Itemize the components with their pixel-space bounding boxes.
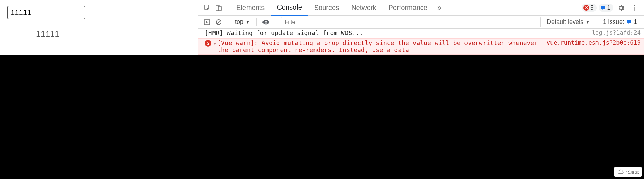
tab-console[interactable]: Console — [271, 0, 308, 16]
log-message: [Vue warn]: Avoid mutating a prop direct… — [217, 39, 543, 54]
info-count-text: 1 — [607, 4, 610, 11]
info-speech-icon — [600, 5, 606, 11]
console-log-area: [HMR] Waiting for update signal from WDS… — [198, 29, 644, 55]
tab-network[interactable]: Network — [345, 0, 382, 16]
log-source-link[interactable]: log.js?1afd:24 — [592, 29, 641, 36]
filter-input[interactable] — [281, 17, 541, 27]
more-tabs-icon[interactable]: » — [434, 2, 445, 14]
issues-count: 1 — [634, 18, 637, 26]
svg-rect-2 — [218, 6, 221, 11]
separator — [256, 18, 257, 26]
svg-point-3 — [634, 5, 635, 6]
separator — [227, 3, 227, 12]
tab-elements[interactable]: Elements — [230, 0, 271, 16]
watermark-text: 亿速云 — [626, 169, 639, 175]
expand-triangle-icon[interactable]: ▶ — [214, 41, 216, 46]
kebab-menu-icon[interactable] — [629, 2, 641, 14]
separator — [596, 18, 596, 26]
settings-gear-icon[interactable] — [615, 2, 627, 14]
levels-label: Default levels — [547, 18, 583, 26]
separator — [275, 18, 275, 26]
inspect-element-icon[interactable] — [201, 2, 213, 14]
text-input[interactable] — [7, 6, 85, 19]
chevron-down-icon: ▼ — [245, 20, 250, 25]
error-count-badge[interactable]: ✕ 5 — [582, 4, 596, 12]
issues-label: 1 Issue: — [603, 18, 624, 26]
log-line-error: 5 ▶ [Vue warn]: Avoid mutating a prop di… — [198, 38, 644, 55]
svg-line-8 — [217, 20, 220, 24]
devtools-panel: Elements Console Sources Network Perform… — [198, 0, 644, 55]
devtools-tabs: Elements Console Sources Network Perform… — [198, 0, 644, 16]
issues-speech-icon — [626, 19, 632, 25]
black-region — [0, 55, 644, 179]
error-count-text: 5 — [590, 4, 593, 11]
info-count-badge[interactable]: 1 — [599, 4, 613, 12]
separator — [228, 18, 228, 26]
output-text: 11111 — [7, 29, 190, 39]
svg-point-4 — [634, 7, 635, 9]
context-label: top — [235, 18, 243, 26]
sidebar-toggle-icon[interactable] — [201, 16, 213, 28]
clear-console-icon[interactable] — [213, 16, 224, 28]
log-source-link[interactable]: vue.runtime.esm.js?2b0e:619 — [547, 39, 641, 46]
live-expression-eye-icon[interactable] — [260, 16, 272, 28]
chevron-down-icon: ▼ — [586, 20, 590, 25]
app-page-area: 11111 — [0, 0, 198, 55]
log-line: [HMR] Waiting for update signal from WDS… — [198, 29, 644, 38]
cloud-icon — [617, 169, 625, 175]
log-levels-selector[interactable]: Default levels ▼ — [544, 18, 592, 26]
tab-sources[interactable]: Sources — [308, 0, 345, 16]
console-toolbar: top ▼ Default levels ▼ 1 Issue: 1 — [198, 16, 644, 29]
tab-performance[interactable]: Performance — [383, 0, 434, 16]
error-dot-icon: ✕ — [583, 5, 589, 11]
log-message: [HMR] Waiting for update signal from WDS… — [205, 29, 592, 36]
context-selector[interactable]: top ▼ — [232, 18, 253, 26]
issues-indicator[interactable]: 1 Issue: 1 — [599, 18, 641, 26]
svg-point-5 — [634, 9, 635, 11]
filter-field — [281, 17, 541, 27]
watermark-badge: 亿速云 — [614, 167, 642, 177]
error-repeat-count: 5 — [205, 40, 211, 47]
device-toggle-icon[interactable] — [213, 2, 224, 14]
